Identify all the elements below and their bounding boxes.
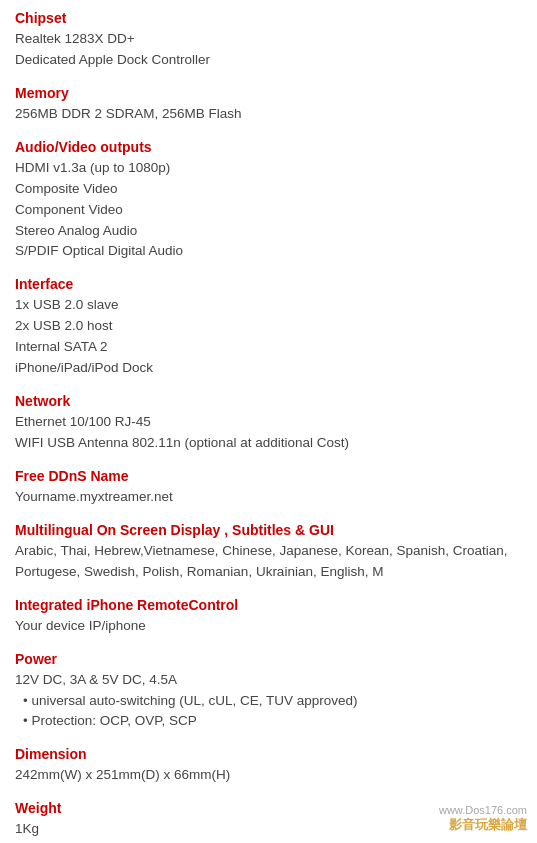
content-line: Internal SATA 2 bbox=[15, 337, 522, 358]
content-line: Your device IP/iphone bbox=[15, 616, 522, 637]
section-power: Power12V DC, 3A & 5V DC, 4.5A• universal… bbox=[15, 651, 522, 733]
content-line: Composite Video bbox=[15, 179, 522, 200]
section-title-interface: Interface bbox=[15, 276, 522, 292]
section-interface: Interface1x USB 2.0 slave2x USB 2.0 host… bbox=[15, 276, 522, 379]
section-iphone-remote: Integrated iPhone RemoteControlYour devi… bbox=[15, 597, 522, 637]
section-content-multilingual: Arabic, Thai, Hebrew,Vietnamese, Chinese… bbox=[15, 541, 522, 583]
section-title-power: Power bbox=[15, 651, 522, 667]
section-chipset: ChipsetRealtek 1283X DD+Dedicated Apple … bbox=[15, 10, 522, 71]
bullet-item: • universal auto-switching (UL, cUL, CE,… bbox=[15, 691, 522, 712]
section-content-network: Ethernet 10/100 RJ-45WIFI USB Antenna 80… bbox=[15, 412, 522, 454]
section-title-ddns: Free DDnS Name bbox=[15, 468, 522, 484]
section-memory: Memory256MB DDR 2 SDRAM, 256MB Flash bbox=[15, 85, 522, 125]
section-content-iphone-remote: Your device IP/iphone bbox=[15, 616, 522, 637]
section-content-chipset: Realtek 1283X DD+Dedicated Apple Dock Co… bbox=[15, 29, 522, 71]
section-content-audio-video: HDMI v1.3a (up to 1080p)Composite VideoC… bbox=[15, 158, 522, 263]
section-content-dimension: 242mm(W) x 251mm(D) x 66mm(H) bbox=[15, 765, 522, 786]
section-title-dimension: Dimension bbox=[15, 746, 522, 762]
section-multilingual: Multilingual On Screen Display , Subtitl… bbox=[15, 522, 522, 583]
content-line: Arabic, Thai, Hebrew,Vietnamese, Chinese… bbox=[15, 541, 522, 583]
section-ddns: Free DDnS NameYourname.myxtreamer.net bbox=[15, 468, 522, 508]
bullet-item: • Protection: OCP, OVP, SCP bbox=[15, 711, 522, 732]
content-line: Yourname.myxtreamer.net bbox=[15, 487, 522, 508]
content-line: Ethernet 10/100 RJ-45 bbox=[15, 412, 522, 433]
content-line: Stereo Analog Audio bbox=[15, 221, 522, 242]
content-line: Dedicated Apple Dock Controller bbox=[15, 50, 522, 71]
content-line: 256MB DDR 2 SDRAM, 256MB Flash bbox=[15, 104, 522, 125]
content-line: iPhone/iPad/iPod Dock bbox=[15, 358, 522, 379]
content-line: 1x USB 2.0 slave bbox=[15, 295, 522, 316]
section-content-interface: 1x USB 2.0 slave2x USB 2.0 hostInternal … bbox=[15, 295, 522, 379]
section-title-audio-video: Audio/Video outputs bbox=[15, 139, 522, 155]
content-line: HDMI v1.3a (up to 1080p) bbox=[15, 158, 522, 179]
content-line: Realtek 1283X DD+ bbox=[15, 29, 522, 50]
content-line: S/PDIF Optical Digital Audio bbox=[15, 241, 522, 262]
content-line: 12V DC, 3A & 5V DC, 4.5A bbox=[15, 670, 522, 691]
content-line: 2x USB 2.0 host bbox=[15, 316, 522, 337]
section-title-multilingual: Multilingual On Screen Display , Subtitl… bbox=[15, 522, 522, 538]
section-title-chipset: Chipset bbox=[15, 10, 522, 26]
content-line: 242mm(W) x 251mm(D) x 66mm(H) bbox=[15, 765, 522, 786]
section-title-memory: Memory bbox=[15, 85, 522, 101]
watermark: www.Dos176.com 影音玩樂論壇 bbox=[439, 804, 527, 834]
watermark-url: www.Dos176.com bbox=[439, 804, 527, 816]
section-content-memory: 256MB DDR 2 SDRAM, 256MB Flash bbox=[15, 104, 522, 125]
section-title-network: Network bbox=[15, 393, 522, 409]
section-network: NetworkEthernet 10/100 RJ-45WIFI USB Ant… bbox=[15, 393, 522, 454]
section-content-power: 12V DC, 3A & 5V DC, 4.5A• universal auto… bbox=[15, 670, 522, 733]
content-line: Component Video bbox=[15, 200, 522, 221]
watermark-text: 影音玩樂論壇 bbox=[439, 816, 527, 834]
section-dimension: Dimension242mm(W) x 251mm(D) x 66mm(H) bbox=[15, 746, 522, 786]
content-line: WIFI USB Antenna 802.11n (optional at ad… bbox=[15, 433, 522, 454]
section-content-ddns: Yourname.myxtreamer.net bbox=[15, 487, 522, 508]
section-audio-video: Audio/Video outputsHDMI v1.3a (up to 108… bbox=[15, 139, 522, 263]
section-title-iphone-remote: Integrated iPhone RemoteControl bbox=[15, 597, 522, 613]
